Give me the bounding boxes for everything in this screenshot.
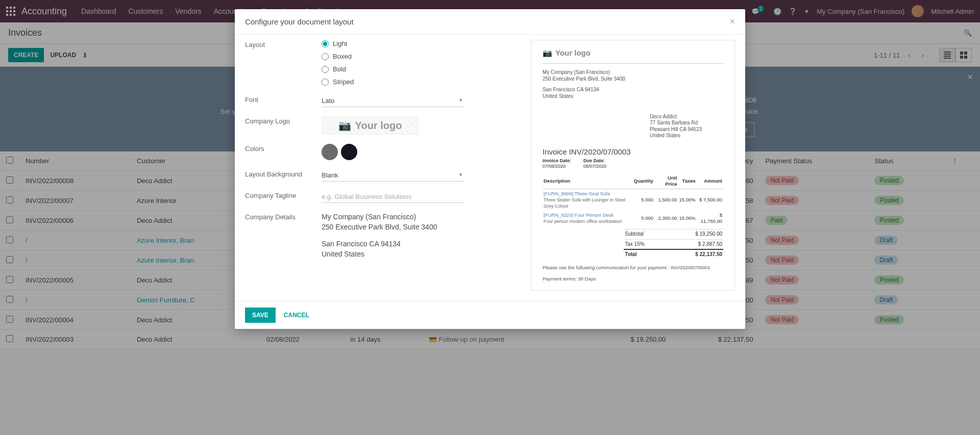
color-primary[interactable] xyxy=(322,144,338,160)
camera-icon: 📷 xyxy=(543,48,552,58)
company-details[interactable]: My Company (San Francisco) 250 Executive… xyxy=(322,212,475,259)
background-select[interactable] xyxy=(322,169,464,182)
label-layout: Layout xyxy=(245,40,322,48)
font-select[interactable] xyxy=(322,95,464,107)
label-tagline: Company Tagline xyxy=(245,191,322,199)
preview-doc-title: Invoice INV/2020/07/0003 xyxy=(543,147,723,157)
document-preview: 📷Your logo My Company (San Francisco) 25… xyxy=(531,40,735,291)
camera-icon: 📷 xyxy=(338,119,351,132)
document-layout-modal: Configure your document layout × Layout … xyxy=(235,9,745,329)
label-details: Company Details xyxy=(245,212,322,221)
save-button[interactable]: SAVE xyxy=(245,308,276,323)
tagline-input[interactable] xyxy=(322,191,464,203)
layout-striped[interactable]: Striped xyxy=(322,78,475,86)
modal-title: Configure your document layout xyxy=(245,17,354,26)
logo-upload[interactable]: 📷 Your logo xyxy=(322,116,419,135)
layout-boxed[interactable]: Boxed xyxy=(322,53,475,60)
layout-light[interactable]: Light xyxy=(322,40,475,47)
label-colors: Colors xyxy=(245,144,322,152)
label-font: Font xyxy=(245,95,322,104)
label-logo: Company Logo xyxy=(245,116,322,125)
layout-options: Light Boxed Bold Striped xyxy=(322,40,475,86)
modal-close-button[interactable]: × xyxy=(729,16,735,27)
cancel-button[interactable]: CANCEL xyxy=(284,312,309,319)
color-secondary[interactable] xyxy=(341,144,357,160)
label-background: Layout Background xyxy=(245,169,322,178)
layout-bold[interactable]: Bold xyxy=(322,65,475,73)
